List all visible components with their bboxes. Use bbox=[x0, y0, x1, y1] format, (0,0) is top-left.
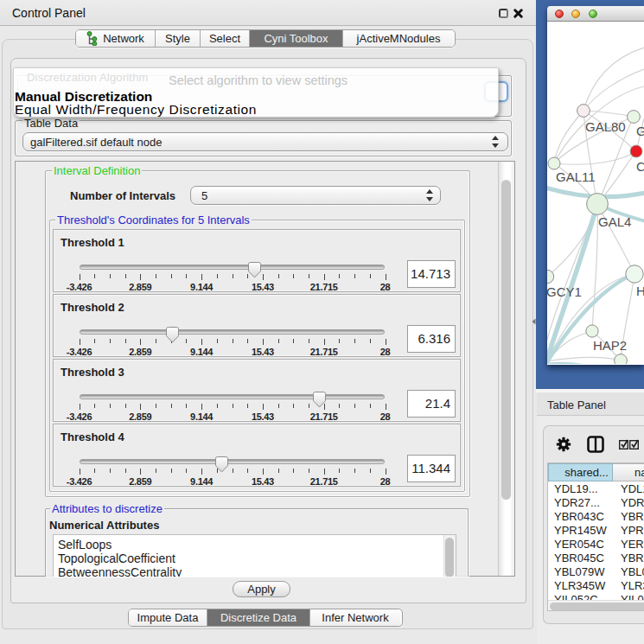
svg-text:GAL4: GAL4 bbox=[598, 214, 631, 229]
svg-text:HAP2: HAP2 bbox=[593, 338, 627, 353]
svg-text:GCY1: GCY1 bbox=[547, 284, 582, 299]
svg-text:GAL11: GAL11 bbox=[556, 169, 596, 184]
svg-text:C: C bbox=[636, 159, 644, 174]
svg-text:GA: GA bbox=[636, 124, 644, 138]
svg-text:H: H bbox=[636, 284, 644, 298]
svg-text:GAL80: GAL80 bbox=[585, 119, 626, 134]
